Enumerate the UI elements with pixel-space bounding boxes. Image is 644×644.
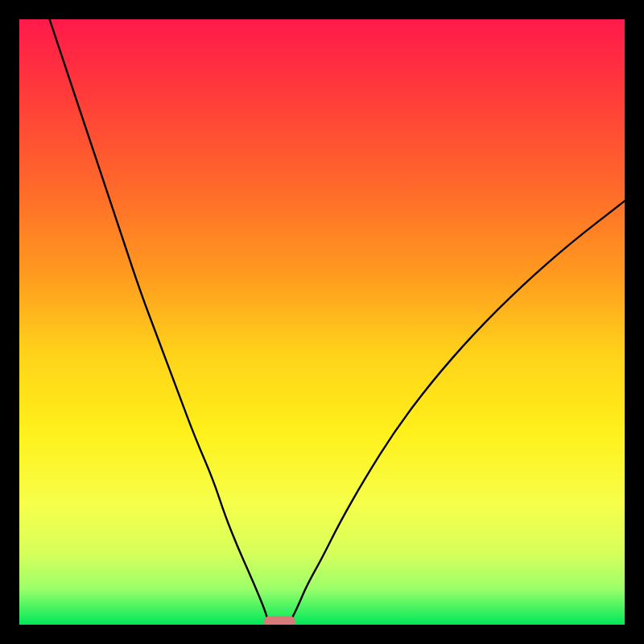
minimum-marker bbox=[264, 616, 295, 625]
minimum-pill bbox=[264, 616, 295, 625]
chart-background bbox=[19, 19, 625, 625]
chart-canvas bbox=[19, 19, 625, 625]
chart-frame: TheBottleneck.com bbox=[19, 19, 625, 625]
